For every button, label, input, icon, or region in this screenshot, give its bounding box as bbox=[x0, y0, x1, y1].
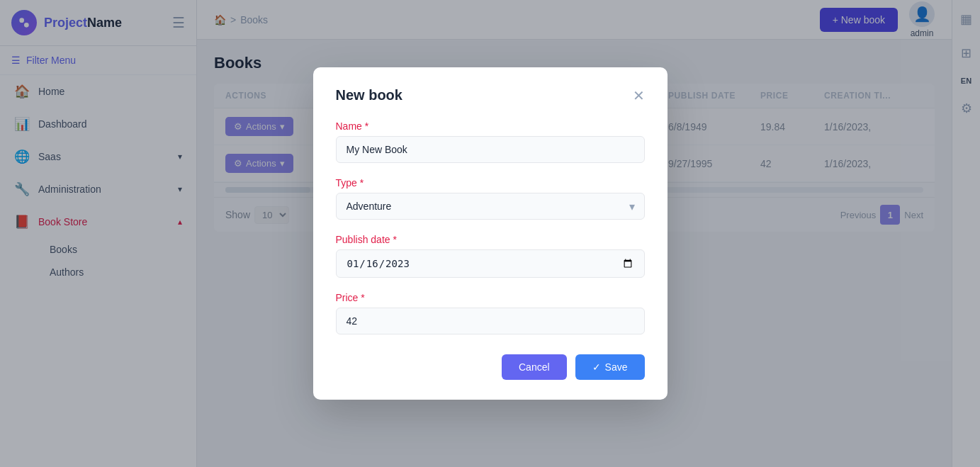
cancel-button[interactable]: Cancel bbox=[502, 354, 567, 380]
publish-date-label: Publish date * bbox=[336, 234, 645, 245]
modal-close-button[interactable]: ✕ bbox=[633, 89, 645, 103]
name-field-group: Name * bbox=[336, 120, 645, 163]
modal-overlay: New book ✕ Name * Type * Adventure Ficti… bbox=[0, 0, 980, 467]
publish-date-field-group: Publish date * bbox=[336, 234, 645, 278]
type-field-group: Type * Adventure Fiction Non-Fiction Mys… bbox=[336, 177, 645, 220]
name-input[interactable] bbox=[336, 136, 645, 163]
price-field-group: Price * bbox=[336, 292, 645, 334]
modal-footer: Cancel ✓ Save bbox=[336, 354, 645, 380]
price-input[interactable] bbox=[336, 308, 645, 334]
modal-title: New book bbox=[336, 87, 402, 103]
save-button[interactable]: ✓ Save bbox=[575, 354, 645, 380]
type-label: Type * bbox=[336, 177, 645, 189]
publish-date-input[interactable] bbox=[336, 249, 645, 278]
price-label: Price * bbox=[336, 292, 645, 303]
type-select[interactable]: Adventure Fiction Non-Fiction Mystery Ro… bbox=[336, 193, 645, 220]
modal-header: New book ✕ bbox=[336, 87, 645, 103]
name-label: Name * bbox=[336, 120, 645, 132]
checkmark-icon: ✓ bbox=[592, 361, 601, 373]
type-select-wrapper: Adventure Fiction Non-Fiction Mystery Ro… bbox=[336, 193, 645, 220]
new-book-modal: New book ✕ Name * Type * Adventure Ficti… bbox=[313, 67, 668, 400]
